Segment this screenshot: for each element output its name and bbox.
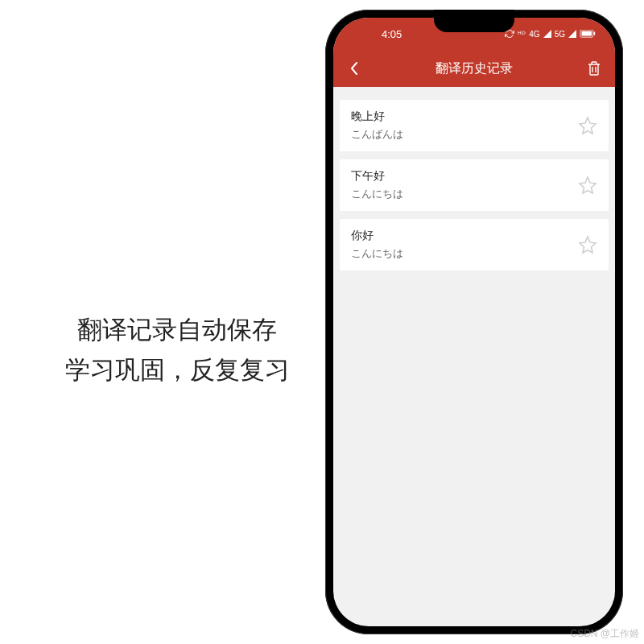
- star-icon: [578, 235, 597, 254]
- signal-icon: [568, 30, 576, 38]
- chevron-left-icon: [350, 62, 358, 75]
- list-item-text: 晚上好 こんばんは: [351, 109, 576, 142]
- star-icon: [578, 116, 597, 135]
- phone-frame: 4:05 ᴴᴰ 4G 5G 翻译历史记录 晚上好: [325, 10, 623, 634]
- source-text: 你好: [351, 229, 576, 243]
- list-item[interactable]: 晚上好 こんばんは: [340, 100, 609, 151]
- phone-notch: [434, 10, 514, 32]
- caption-line-1: 翻译记录自动保存: [48, 310, 306, 350]
- page-title: 翻译历史记录: [436, 60, 513, 77]
- battery-icon: [580, 30, 596, 38]
- marketing-caption: 翻译记录自动保存 学习巩固，反复复习: [48, 310, 306, 390]
- favorite-button[interactable]: [576, 233, 599, 256]
- source-text: 晚上好: [351, 109, 576, 124]
- list-item[interactable]: 下午好 こんにちは: [340, 159, 609, 211]
- caption-line-2: 学习巩固，反复复习: [48, 350, 306, 390]
- list-item-text: 你好 こんにちは: [351, 229, 576, 261]
- watermark: CSDN @工作姬: [570, 627, 639, 641]
- delete-all-button[interactable]: [584, 59, 604, 78]
- back-button[interactable]: [345, 59, 364, 78]
- source-text: 下午好: [351, 169, 576, 184]
- translation-text: こんにちは: [351, 187, 576, 201]
- svg-rect-1: [582, 31, 592, 36]
- trash-icon: [588, 61, 601, 76]
- app-bar: 翻译历史记录: [333, 50, 615, 87]
- status-indicators: ᴴᴰ 4G 5G: [505, 29, 596, 39]
- history-list[interactable]: 晚上好 こんばんは 下午好 こんにちは 你好 こんに: [333, 87, 615, 270]
- phone-screen: 4:05 ᴴᴰ 4G 5G 翻译历史记录 晚上好: [333, 18, 615, 626]
- signal-icon: [543, 30, 551, 38]
- favorite-button[interactable]: [576, 114, 599, 137]
- list-item[interactable]: 你好 こんにちは: [340, 219, 609, 270]
- svg-rect-2: [594, 32, 596, 35]
- favorite-button[interactable]: [576, 174, 599, 196]
- translation-text: こんにちは: [351, 246, 576, 261]
- translation-text: こんばんは: [351, 127, 576, 142]
- list-item-text: 下午好 こんにちは: [351, 169, 576, 201]
- status-time: 4:05: [382, 28, 402, 40]
- star-icon: [578, 175, 597, 195]
